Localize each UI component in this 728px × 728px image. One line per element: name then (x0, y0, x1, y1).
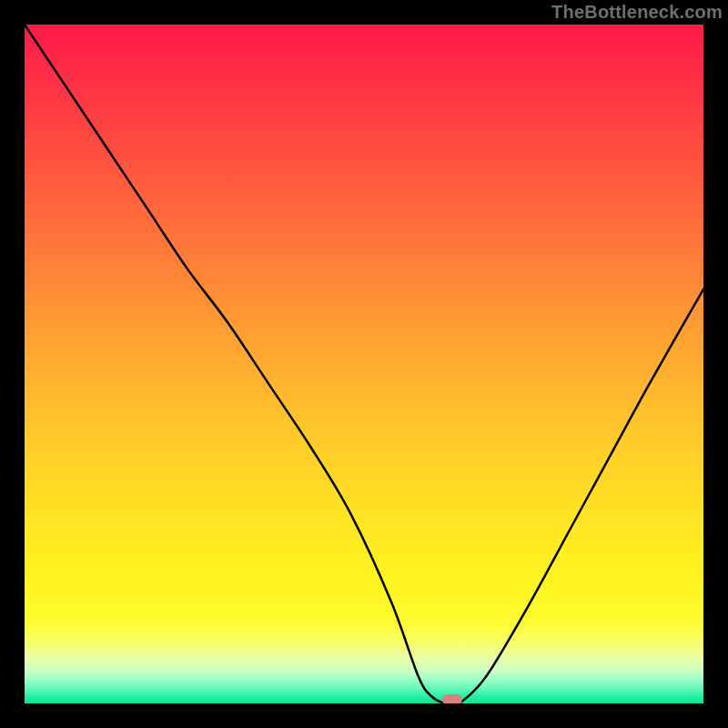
bottleneck-curve (25, 25, 703, 703)
watermark-text: TheBottleneck.com (551, 2, 723, 23)
chart-container: TheBottleneck.com (0, 0, 728, 728)
plot-area (25, 25, 703, 703)
curve-line (25, 25, 703, 703)
optimal-marker (442, 694, 462, 705)
